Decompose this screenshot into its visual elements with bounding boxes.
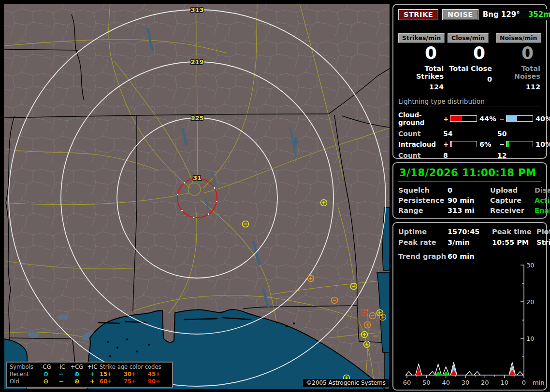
noises-rate-value: 0 [496, 44, 541, 63]
old-ic-neg-icon: − [54, 378, 69, 385]
peak-rate-label: Peak rate [398, 238, 448, 246]
recent-ic-pos-icon: + [85, 371, 100, 378]
count-label: Count [398, 152, 443, 159]
uptime-grid: Uptime 1570:45 Peak time Plot Peak rate … [398, 228, 541, 246]
intracloud-row: Intracloud + 6% − 10% [398, 140, 541, 148]
persistence-value: 90 min [448, 196, 490, 204]
ic-neg-percent: 10% [533, 140, 550, 148]
svg-text:min: min [533, 379, 545, 386]
bearing-display: Bng 129° 352mi [478, 9, 550, 20]
peak-time-label: Peak time [492, 228, 536, 236]
count-label: Count [398, 130, 443, 138]
range-label: Range [398, 207, 448, 214]
squelch-label: Squelch [398, 186, 448, 194]
svg-text:31: 31 [193, 174, 202, 182]
lightning-map[interactable]: 31321912531 Symbols -CG -IC +CG +IC Stri… [4, 4, 390, 389]
svg-text:30: 30 [462, 379, 470, 386]
map-legend: Symbols -CG -IC +CG +IC Strike age color… [6, 362, 173, 388]
legend-row-recent-label: Recent [10, 371, 38, 378]
strikes-rate-value: 0 [398, 44, 445, 63]
trend-graph: 1020300102030405060min [395, 260, 546, 387]
cloud-ground-label: Cloud-ground [398, 111, 443, 126]
ic-neg-bar [506, 141, 533, 147]
age-badge-45: 45+ [148, 371, 169, 378]
intracloud-count-row: Count 8 12 [398, 152, 541, 159]
old-cg-neg-icon: ⊖ [38, 378, 54, 385]
plot-mode-value: Strike [536, 238, 550, 246]
peak-time-value: 10:55 PM [492, 238, 536, 246]
minus-sign: − [499, 140, 506, 148]
cg-neg-bar [506, 115, 533, 122]
legend-col-ic-pos: +IC [85, 364, 100, 371]
legend-row-old-label: Old [10, 378, 38, 385]
trend-window-value: 60 min [448, 252, 541, 260]
legend-age-title: Strike age color codes [100, 364, 169, 371]
uptime-label: Uptime [398, 228, 448, 236]
noises-per-min-chip: Noises/min [496, 33, 541, 43]
age-badge-15: 15+ [100, 371, 124, 378]
svg-text:219: 219 [190, 58, 203, 66]
distance-value: 352mi [528, 10, 550, 19]
age-badge-60: 60+ [100, 378, 124, 385]
plus-sign: + [443, 140, 450, 148]
map-canvas[interactable]: 31321912531 [4, 4, 390, 389]
minus-sign: − [499, 115, 506, 123]
strikes-counter: Strikes/min 0 Total Strikes 124 [398, 33, 445, 91]
cg-neg-percent: 40% [533, 115, 550, 123]
svg-text:10: 10 [526, 335, 535, 342]
cg-pos-count: 54 [443, 130, 497, 138]
svg-text:40: 40 [442, 379, 450, 386]
recent-cg-pos-icon: ⊕ [69, 371, 85, 378]
ic-pos-percent: 6% [477, 140, 499, 148]
side-panel: STRIKE NOISE Bng 129° 352mi Strikes/min … [392, 4, 547, 392]
legend-symbols-header: Symbols [10, 364, 38, 371]
trend-panel: Uptime 1570:45 Peak time Plot Peak rate … [392, 222, 547, 391]
upload-status: Disabled [535, 186, 550, 194]
cg-neg-count: 50 [497, 130, 541, 138]
plot-label: Plot [536, 228, 550, 236]
noises-counter: Noises/min 0 Total Noises 112 [496, 33, 541, 91]
cg-pos-bar [450, 115, 477, 122]
copyright-label: ©2005 Astrogenic Systems [303, 379, 389, 387]
svg-text:125: 125 [190, 114, 203, 122]
noise-button[interactable]: NOISE [442, 9, 478, 20]
old-cg-pos-icon: ⊕ [69, 378, 85, 385]
svg-text:313: 313 [190, 6, 203, 14]
legend-col-cg-neg: -CG [38, 364, 54, 371]
svg-text:0: 0 [522, 379, 526, 386]
uptime-value: 1570:45 [448, 228, 492, 236]
total-strikes-value: 124 [398, 83, 445, 91]
close-per-min-chip: Close/min [448, 33, 489, 43]
age-badge-75: 75+ [124, 378, 148, 385]
receiver-label: Receiver [490, 207, 535, 214]
ic-pos-bar [450, 141, 477, 147]
close-counter: Close/min 0 Total Close 0 [448, 33, 493, 91]
trend-graph-label: Trend graph [398, 252, 448, 260]
cg-pos-percent: 44% [477, 115, 499, 123]
legend-col-ic-neg: -IC [54, 364, 69, 371]
total-close-value: 0 [448, 75, 493, 83]
squelch-value: 0 [448, 186, 490, 194]
recent-cg-neg-icon: ⊖ [38, 371, 54, 378]
datetime-display: 3/18/2026 11:00:18 PM [398, 167, 541, 182]
receiver-status: Enabled [535, 207, 550, 214]
distribution-title: Lightning type distribution [398, 98, 541, 107]
total-close-label: Total Close [448, 65, 493, 72]
svg-text:50: 50 [422, 379, 431, 386]
age-badge-30: 30+ [124, 371, 148, 378]
strike-button[interactable]: STRIKE [398, 9, 438, 20]
ic-neg-count: 12 [497, 152, 541, 159]
strikes-per-min-chip: Strikes/min [398, 33, 445, 43]
capture-status: Active [535, 196, 550, 204]
app-window: 31321912531 Symbols -CG -IC +CG +IC Stri… [0, 0, 550, 392]
ic-pos-count: 8 [443, 152, 497, 159]
status-grid: Squelch 0 Upload Disabled Persistence 90… [398, 186, 541, 214]
cloud-ground-count-row: Count 54 50 [398, 130, 541, 138]
total-strikes-label: Total Strikes [398, 65, 445, 80]
bearing-value: Bng 129° [483, 10, 520, 19]
capture-label: Capture [490, 196, 535, 204]
total-noises-value: 112 [496, 83, 541, 91]
legend-col-cg-pos: +CG [69, 364, 85, 371]
svg-text:20: 20 [526, 298, 535, 306]
svg-text:60: 60 [403, 379, 411, 386]
